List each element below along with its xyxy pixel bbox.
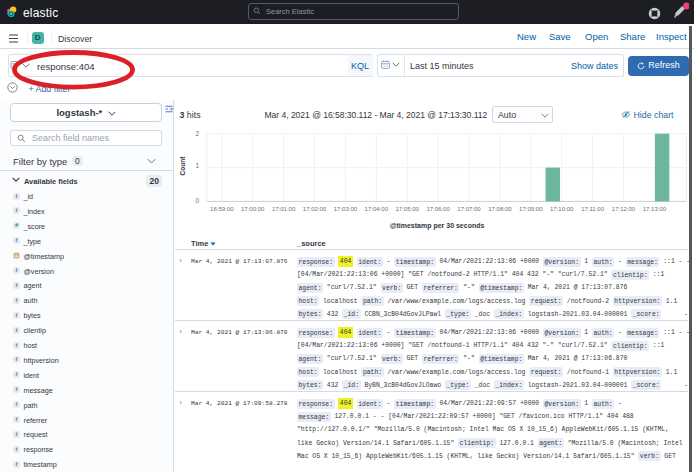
svg-text:2: 2 (195, 130, 199, 137)
svg-text:@timestamp per 30 seconds: @timestamp per 30 seconds (390, 222, 485, 230)
svg-text:17:05:00: 17:05:00 (396, 206, 420, 212)
svg-text:17:04:00: 17:04:00 (365, 206, 389, 212)
svg-text:17:11:00: 17:11:00 (581, 206, 605, 212)
svg-text:1: 1 (195, 162, 199, 169)
svg-text:17:06:00: 17:06:00 (426, 206, 450, 212)
svg-text:17:13:00: 17:13:00 (643, 206, 667, 212)
svg-text:17:09:00: 17:09:00 (519, 206, 543, 212)
svg-text:17:02:00: 17:02:00 (303, 206, 327, 212)
svg-text:0: 0 (195, 197, 199, 204)
svg-text:17:00:00: 17:00:00 (241, 206, 265, 212)
svg-text:16:59:00: 16:59:00 (210, 206, 234, 212)
svg-text:Count: Count (179, 156, 186, 176)
svg-text:17:12:00: 17:12:00 (612, 206, 636, 212)
svg-text:17:01:00: 17:01:00 (272, 206, 296, 212)
svg-text:17:08:00: 17:08:00 (488, 206, 512, 212)
svg-text:17:10:00: 17:10:00 (550, 206, 574, 212)
svg-text:17:03:00: 17:03:00 (334, 206, 358, 212)
svg-text:17:07:00: 17:07:00 (457, 206, 481, 212)
